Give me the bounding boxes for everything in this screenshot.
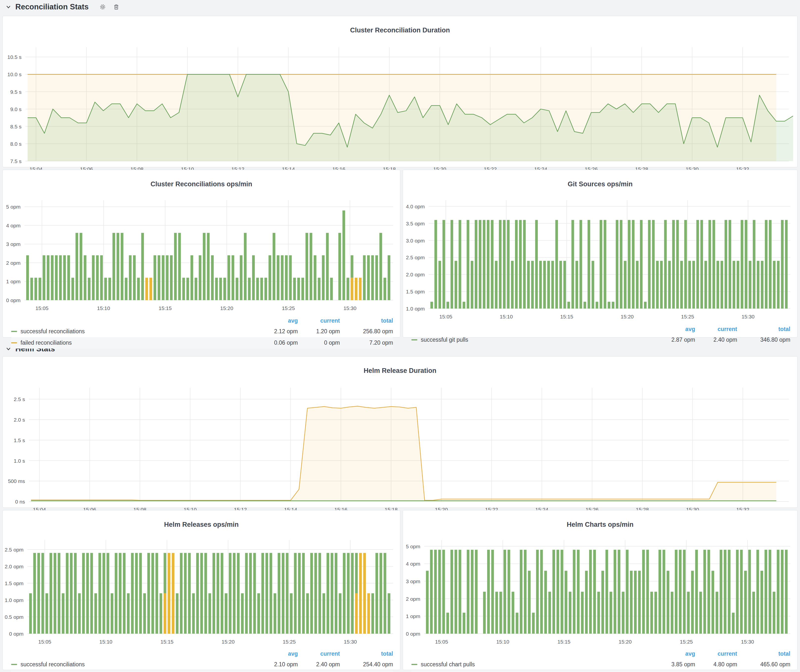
legend: avgcurrenttotalsuccessful reconciliation… — [3, 315, 400, 352]
legend-series-toggle[interactable]: failed reconciliations — [11, 339, 256, 346]
bar-successful — [274, 593, 276, 634]
x-tick-label: 15:25 — [680, 639, 693, 645]
bar-successful — [667, 571, 669, 634]
legend-col-current[interactable]: current — [695, 650, 737, 657]
bar-successful — [752, 592, 755, 634]
y-tick-label: 1.5 opm — [406, 289, 425, 294]
bar-successful — [63, 255, 66, 300]
legend-col-avg[interactable]: avg — [653, 650, 695, 657]
bar-successful — [765, 220, 768, 309]
bar-successful — [581, 592, 584, 634]
series-color-dash-icon — [11, 664, 17, 665]
bar-successful — [483, 592, 486, 634]
legend-col-avg[interactable]: avg — [653, 326, 695, 333]
bar-successful — [192, 593, 195, 634]
legend-total-value: 254.40 opm — [340, 661, 393, 668]
bar-successful — [72, 278, 74, 300]
bar-successful — [668, 261, 671, 309]
bar-successful — [184, 553, 187, 634]
bar-successful — [203, 233, 206, 300]
chevron-down-icon[interactable] — [5, 4, 11, 10]
legend-col-current[interactable]: current — [298, 650, 340, 657]
legend-col-total[interactable]: total — [340, 650, 393, 657]
bar-successful — [753, 220, 755, 309]
legend-col-avg[interactable]: avg — [256, 650, 298, 657]
section-title[interactable]: Reconciliation Stats — [15, 2, 88, 11]
bar-successful — [475, 220, 477, 309]
bar-successful — [773, 261, 776, 309]
panel-title[interactable]: Cluster Reconciliation Duration — [3, 22, 797, 35]
bar-successful — [535, 220, 538, 309]
bar-successful — [75, 233, 78, 300]
legend-series-toggle[interactable]: successful reconciliations — [11, 328, 256, 335]
bar-successful — [512, 592, 514, 634]
panel-title[interactable]: Helm Releases ops/min — [3, 516, 400, 530]
bar-successful — [112, 233, 115, 300]
y-tick-label: 0 opm — [9, 631, 24, 637]
legend-series-toggle[interactable]: successful git pulls — [411, 336, 653, 343]
bar-successful — [709, 220, 711, 309]
bar-successful — [584, 302, 586, 309]
legend-col-current[interactable]: current — [298, 317, 340, 324]
bar-successful — [330, 278, 333, 300]
panel-helm-release-duration: Helm Release Duration 0 ns500 ms1.0 s1.5… — [2, 356, 798, 508]
bar-successful — [335, 553, 338, 634]
trash-icon[interactable] — [113, 3, 120, 10]
bar-successful — [644, 302, 646, 309]
bar-successful — [215, 278, 218, 300]
bar-successful — [43, 255, 45, 300]
bar-successful — [634, 571, 637, 634]
bar-successful — [166, 255, 168, 300]
bar-successful — [180, 553, 182, 634]
bar-successful — [129, 255, 131, 300]
bar-successful — [654, 592, 657, 634]
bar-successful — [559, 261, 562, 309]
bar-successful — [133, 255, 136, 300]
bar-successful — [728, 220, 731, 309]
bar-successful — [260, 278, 263, 300]
panel-title[interactable]: Helm Release Duration — [3, 362, 797, 376]
bar-successful — [298, 553, 301, 634]
bar-successful — [495, 261, 498, 309]
bar-successful — [616, 220, 618, 309]
bar-successful — [438, 261, 441, 309]
bar-successful — [26, 255, 29, 300]
bar-successful — [74, 553, 77, 634]
bar-successful — [450, 550, 453, 634]
panel-title[interactable]: Git Sources ops/min — [403, 175, 797, 189]
panel-helm-releases-opm: Helm Releases ops/min 0 opm0.5 opm1.0 op… — [2, 510, 400, 670]
bar-successful — [269, 255, 271, 300]
legend-col-total[interactable]: total — [737, 650, 790, 657]
bar-successful — [285, 255, 288, 300]
legend-series-toggle[interactable]: successful reconciliations — [11, 661, 256, 668]
legend-row: failed reconciliations0.06 opm0 opm7.20 … — [11, 337, 393, 349]
bar-successful — [679, 550, 682, 634]
bar-successful — [196, 553, 199, 634]
bar-successful — [298, 278, 300, 300]
bar-successful — [301, 278, 304, 300]
legend-series-toggle[interactable]: successful chart pulls — [411, 661, 653, 668]
bar-successful — [680, 261, 683, 309]
bar-successful — [108, 278, 111, 300]
bar-successful — [528, 571, 531, 634]
legend-avg-value: 3.85 opm — [653, 661, 695, 668]
y-tick-label: 1.0 opm — [406, 306, 425, 312]
bar-successful — [62, 593, 64, 634]
panel-title[interactable]: Cluster Reconciliations ops/min — [3, 175, 400, 189]
y-tick-label: 10.5 s — [7, 54, 21, 60]
legend-col-avg[interactable]: avg — [256, 317, 298, 324]
legend-row: successful git pulls2.87 opm2.40 opm346.… — [411, 334, 790, 346]
bar-successful — [270, 553, 272, 634]
legend-col-total[interactable]: total — [737, 326, 790, 333]
bar-successful — [379, 233, 382, 300]
bar-successful — [293, 278, 296, 300]
bar-successful — [700, 220, 703, 309]
bar-successful — [430, 550, 433, 634]
bar-successful — [630, 571, 632, 634]
bar-successful — [318, 553, 321, 634]
gear-icon[interactable] — [99, 3, 106, 11]
legend-col-total[interactable]: total — [340, 317, 393, 324]
panel-title[interactable]: Helm Charts ops/min — [403, 516, 797, 530]
legend-col-current[interactable]: current — [695, 326, 737, 333]
legend-avg-value: 0.06 opm — [256, 339, 298, 346]
